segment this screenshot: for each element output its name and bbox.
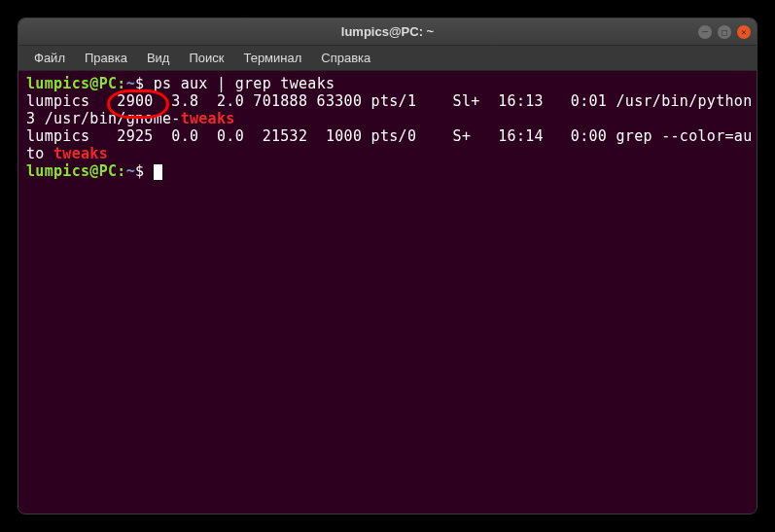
minimize-icon: ─ — [702, 27, 707, 37]
prompt-path: ~ — [126, 75, 135, 92]
prompt-separator: : — [117, 75, 125, 92]
maximize-button[interactable]: □ — [718, 25, 731, 39]
grep-match: tweaks — [181, 110, 235, 127]
output-line1: 3.8 2.0 701888 63300 pts/1 Sl+ 16:13 0:0… — [154, 92, 753, 110]
prompt2-dollar: $ — [135, 162, 144, 180]
output-line1-wrap: 3 /usr/bin/gnome- — [26, 110, 181, 127]
command-text: ps aux | grep tweaks — [154, 75, 335, 92]
minimize-button[interactable]: ─ — [698, 25, 712, 39]
highlighted-pid: 2900 — [117, 92, 153, 110]
output-pid2: 2925 — [117, 127, 153, 145]
output-line2: 0.0 0.0 21532 1000 pts/0 S+ 16:14 0:00 g… — [154, 127, 753, 145]
menu-file[interactable]: Файл — [26, 49, 73, 67]
prompt2-user-host: lumpics@PC — [26, 162, 117, 180]
output-line2-wrap: to — [26, 145, 53, 162]
prompt2-path: ~ — [126, 162, 135, 180]
menu-search[interactable]: Поиск — [181, 49, 231, 67]
menu-help[interactable]: Справка — [313, 49, 378, 67]
window-title: lumpics@PC: ~ — [341, 24, 434, 39]
output-user: lumpics — [26, 92, 89, 110]
maximize-icon: □ — [722, 27, 726, 37]
menu-view[interactable]: Вид — [139, 49, 178, 67]
menu-edit[interactable]: Правка — [77, 49, 135, 67]
cursor — [154, 164, 162, 180]
terminal-output[interactable]: lumpics@PC:~$ ps aux | grep tweaks lumpi… — [18, 71, 757, 184]
prompt-user-host: lumpics@PC — [26, 75, 117, 92]
titlebar: lumpics@PC: ~ ─ □ × — [18, 18, 757, 46]
close-button[interactable]: × — [737, 25, 751, 39]
output-user2: lumpics — [26, 127, 89, 145]
close-icon: × — [741, 27, 746, 37]
window-controls: ─ □ × — [698, 25, 751, 39]
menubar: Файл Правка Вид Поиск Терминал Справка — [18, 46, 757, 71]
menu-terminal[interactable]: Терминал — [235, 49, 309, 67]
grep-match2: tweaks — [53, 145, 108, 162]
prompt2-separator: : — [117, 162, 125, 180]
prompt-dollar: $ — [135, 75, 144, 92]
terminal-window: lumpics@PC: ~ ─ □ × Файл Правка Вид Поис… — [18, 18, 757, 514]
